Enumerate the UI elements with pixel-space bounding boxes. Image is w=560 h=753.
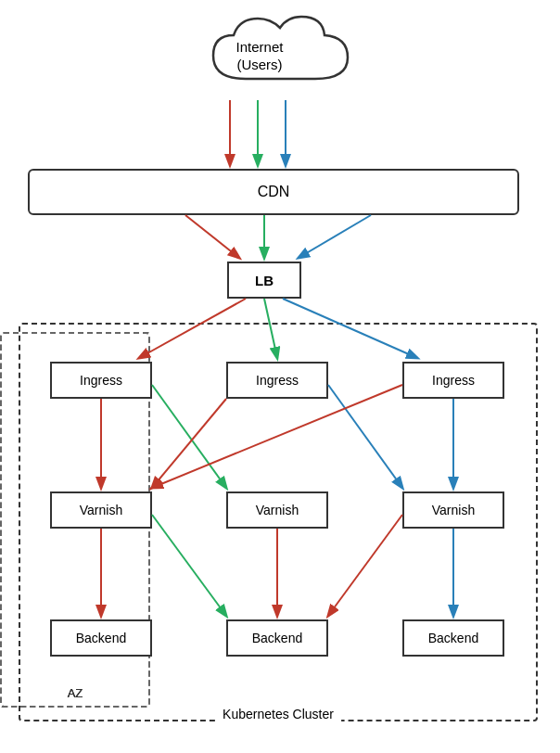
- varnish-3: Varnish: [402, 491, 504, 529]
- backend-2: Backend: [226, 619, 328, 657]
- cloud-shape: Internet(Users): [167, 9, 352, 102]
- k8s-label: Kubernetes Cluster: [215, 707, 341, 721]
- svg-line-5: [299, 215, 371, 258]
- ingress-1: Ingress: [50, 362, 152, 399]
- varnish-2: Varnish: [226, 491, 328, 529]
- cdn-box: CDN: [28, 169, 519, 215]
- ingress-2: Ingress: [226, 362, 328, 399]
- lb-label: LB: [255, 273, 274, 288]
- diagram: Internet(Users) CDN LB Kubernetes Cluste…: [0, 0, 560, 753]
- svg-line-3: [185, 215, 239, 258]
- backend-1: Backend: [50, 619, 152, 657]
- lb-box: LB: [227, 262, 301, 299]
- cloud-label: Internet(Users): [236, 38, 284, 74]
- varnish-1: Varnish: [50, 491, 152, 529]
- cdn-label: CDN: [258, 184, 290, 200]
- backend-3: Backend: [402, 619, 504, 657]
- ingress-3: Ingress: [402, 362, 504, 399]
- az-label-3: AZ: [68, 686, 83, 700]
